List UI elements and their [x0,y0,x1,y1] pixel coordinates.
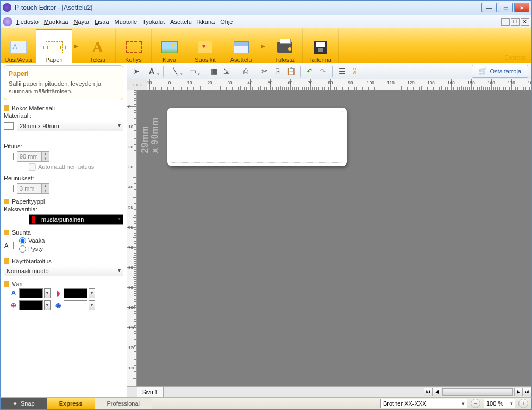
zoom-combo[interactable]: 100 % [484,399,515,408]
maximize-button[interactable]: ▭ [498,3,513,12]
ribbon-print[interactable]: Tulosta [267,29,303,63]
menu-insert[interactable]: Lisää [95,18,109,25]
menu-file[interactable]: Tiedosto [16,18,39,25]
section-marker-icon [4,199,9,204]
length-input[interactable]: 90 mm ▲▼ [17,151,49,162]
menu-tools[interactable]: Työkalut [142,18,165,25]
text-color-dropdown[interactable]: ▼ [44,288,51,298]
section-color-header: Väri [12,281,23,287]
object-color-button[interactable]: ⊕ ▼ [9,300,51,310]
bg-color-button[interactable]: ◉ ▼ [54,300,95,310]
tab-scroll-prev[interactable]: ◀ [433,388,441,396]
margins-icon [4,185,14,192]
rect-tool[interactable]: ▭ [184,65,201,77]
mode-professional[interactable]: Professional [95,398,153,409]
line-tool[interactable]: ╲ [167,65,183,77]
tab-scroll-next[interactable]: ▶ [514,388,523,396]
canvas[interactable]: 29mm x 90mm [137,90,531,375]
ribbon-save[interactable]: Tallenna [303,29,339,63]
margins-input[interactable]: 3 mm ▲▼ [17,183,49,194]
text-tool[interactable]: A [143,65,160,77]
ribbon-expand-1[interactable]: ▶ [72,28,80,63]
ruler-unit[interactable]: mm [127,79,147,90]
orientation-portrait[interactable]: Pysty [19,245,45,253]
ribbon-image[interactable]: Kuva [152,29,187,63]
undo-tool[interactable]: ↶ [304,65,316,77]
database-tool[interactable]: 🛢 [349,65,361,77]
object-color-dropdown[interactable]: ▼ [44,300,51,310]
tab-scroll-first[interactable]: ⏮ [424,388,433,396]
ribbon-frame[interactable]: Kehys [116,29,152,63]
menu-help[interactable]: Ohje [220,18,233,25]
section-marker-icon [4,258,9,264]
ribbon-paper[interactable]: Paperi [36,29,72,63]
zoom-out-button[interactable]: − [471,399,480,408]
zoom-in-button[interactable]: + [518,399,528,408]
sheet-tab-1[interactable]: Sivu 1 [137,387,164,397]
mdi-minimize[interactable]: — [501,18,510,26]
orientation-landscape[interactable]: Vaaka [19,237,45,244]
tab-scroll-last[interactable]: ⏭ [523,388,531,396]
cut-tool[interactable]: ✂ [259,65,271,77]
menu-edit[interactable]: Muokkaa [44,18,68,25]
ribbon-expand-2[interactable]: ▶ [259,28,267,63]
document-name: [Asettelu2] [62,4,93,11]
frame-color-dropdown[interactable]: ▼ [89,288,95,298]
spin-down[interactable]: ▼ [41,156,49,161]
frame-color-icon: ◗ [54,289,62,297]
menu-format[interactable]: Muotoile [115,18,137,25]
copy-tool[interactable]: ⎘ [272,65,284,77]
ribbon-save-label: Tallenna [309,56,331,63]
ribbon-new-open-label: Uusi/Avaa [5,56,32,63]
properties-tool[interactable]: ☰ [336,65,348,77]
sidebar-card-desc: Sallii paperin pituuden, leveyden ja suu… [9,80,118,96]
ribbon-print-label: Tulosta [275,56,295,63]
window-title: P-touch Editor - [Asettelu2] [15,4,481,11]
ribbon-text[interactable]: A Teksti [80,29,116,63]
mdi-close[interactable]: ✕ [521,18,529,26]
mode-snap[interactable]: ✦ Snap [1,398,47,409]
favorites-icon [196,39,215,55]
twocolor-combo[interactable]: musta/punainen [29,214,123,225]
pointer-tool[interactable]: ➤ [130,65,142,77]
buy-labels-button[interactable]: Osta tarroja [472,65,528,78]
title-bar: P-touch Editor - [Asettelu2] — ▭ ✕ [0,0,532,15]
sidebar-panel: Paperi Sallii paperin pituuden, leveyden… [1,63,127,397]
menu-window[interactable]: Ikkuna [197,18,215,25]
printer-combo[interactable]: Brother XX-XXX [380,399,467,408]
usage-combo[interactable]: Normaali muoto [4,266,123,276]
mdi-restore[interactable]: ❐ [511,18,520,26]
close-button[interactable]: ✕ [514,3,529,12]
minimize-button[interactable]: — [481,3,497,12]
material-label: Materiaali: [4,112,32,119]
label-dimensions: 29mm x 90mm [140,117,159,153]
menu-layout[interactable]: Asettelu [170,18,192,25]
label-preview[interactable] [167,108,347,166]
frame-color-button[interactable]: ◗ ▼ [54,288,95,298]
horizontal-scrollbar[interactable] [442,388,513,396]
redo-tool[interactable]: ↷ [317,65,329,77]
object-color-icon: ⊕ [9,301,18,309]
material-combo[interactable]: 29mm x 90mm [17,121,123,131]
mode-express[interactable]: Express [47,398,95,409]
layout-icon [232,39,251,55]
vertical-ruler[interactable]: 100102030405060708090100110120130 [127,90,137,386]
menu-view[interactable]: Näytä [73,18,89,25]
orientation-icon: A [4,242,14,249]
window-controls: — ▭ ✕ [481,3,529,12]
align-tool[interactable]: ⇲ [221,65,233,77]
section-usage-header: Käyttötarkoitus [12,258,52,264]
ribbon-favorites[interactable]: Suosikit [187,29,223,63]
ribbon-toolbar: Uusi/Avaa Paperi ▶ A Teksti Kehys Kuva S… [0,28,532,63]
paste-tool[interactable]: 📋 [285,65,297,77]
text-color-button[interactable]: A ▼ [9,288,51,298]
app-menu-icon[interactable] [3,17,12,26]
auto-length-checkbox[interactable]: Automaattinen pituus [29,163,123,171]
ribbon-new-open[interactable]: Uusi/Avaa [1,29,36,63]
table-tool[interactable]: ▦ [208,65,220,77]
ribbon-layout[interactable]: Asettelu [223,29,259,63]
barcode-tool[interactable]: ⎙ [240,65,252,77]
bg-color-dropdown[interactable]: ▼ [89,300,95,310]
horizontal-ruler[interactable]: 1001020304050607080901001101201301401501… [137,79,531,90]
spin-up[interactable]: ▲ [41,152,49,156]
